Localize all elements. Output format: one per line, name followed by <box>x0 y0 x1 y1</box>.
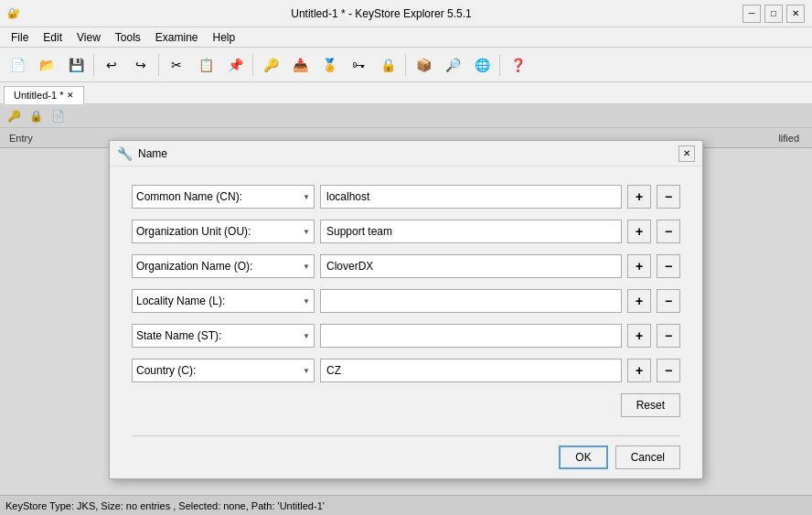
import-button[interactable]: 📥 <box>286 51 314 79</box>
form-row-ou: Organization Unit (OU): ▼ + − <box>132 220 680 243</box>
remove-ou-button[interactable]: − <box>657 220 680 243</box>
save-button[interactable]: 💾 <box>62 51 90 79</box>
toolbar-sep-4 <box>405 54 406 76</box>
content-area: 🔑 🔒 📄 Entry lified 🔧 Name ✕ <box>0 104 812 515</box>
open-button[interactable]: 📂 <box>33 51 60 79</box>
keytool-button[interactable]: 🔑 <box>257 51 284 79</box>
dialog-close-button[interactable]: ✕ <box>678 145 695 162</box>
menu-edit[interactable]: Edit <box>36 29 69 46</box>
remove-l-button[interactable]: − <box>657 289 680 313</box>
help-button[interactable]: ❓ <box>504 51 531 79</box>
toolbar-sep-1 <box>93 54 94 76</box>
maximize-button[interactable]: □ <box>764 5 783 23</box>
add-ou-button[interactable]: + <box>627 220 651 243</box>
cut-button[interactable]: ✂ <box>163 51 190 79</box>
examine-ssl-button[interactable]: 🌐 <box>468 51 496 79</box>
input-ou[interactable] <box>320 220 622 243</box>
select-ou[interactable]: Organization Unit (OU): ▼ <box>132 220 315 243</box>
input-st[interactable] <box>320 324 622 348</box>
add-st-button[interactable]: + <box>627 324 651 348</box>
dialog-title: 🔧 Name <box>117 146 167 161</box>
chevron-down-icon-4: ▼ <box>303 297 310 306</box>
form-row-cn: Common Name (CN): ▼ + − <box>132 185 680 209</box>
dialog-title-bar: 🔧 Name ✕ <box>110 141 702 166</box>
add-cn-button[interactable]: + <box>627 185 651 209</box>
input-cn[interactable] <box>320 185 622 209</box>
add-c-button[interactable]: + <box>627 359 651 382</box>
password-button[interactable]: 🔒 <box>374 51 401 79</box>
chevron-down-icon-3: ▼ <box>303 263 310 271</box>
minimize-button[interactable]: ─ <box>743 5 761 23</box>
copy-button[interactable]: 📋 <box>192 51 219 79</box>
title-bar-controls: ─ □ ✕ <box>743 5 805 23</box>
toolbar: 📄 📂 💾 ↩ ↪ ✂ 📋 📌 🔑 📥 🏅 🗝 🔒 📦 🔎 🌐 ❓ <box>0 48 812 82</box>
tab-bar: Untitled-1 * ✕ <box>0 82 812 104</box>
remove-st-button[interactable]: − <box>657 324 680 348</box>
remove-o-button[interactable]: − <box>657 254 680 278</box>
select-l[interactable]: Locality Name (L): ▼ <box>132 289 315 313</box>
dialog-footer: OK Cancel <box>110 436 702 478</box>
select-c[interactable]: Country (C): ▼ <box>132 359 315 382</box>
new-button[interactable]: 📄 <box>4 51 31 79</box>
form-row-o: Organization Name (O): ▼ + − <box>132 254 680 278</box>
app-window: 🔐 Untitled-1 * - KeyStore Explorer 5.5.1… <box>0 0 812 515</box>
examine-cert-button[interactable]: 🔎 <box>439 51 466 79</box>
menu-tools[interactable]: Tools <box>108 29 148 46</box>
app-logo-icon: 🔐 <box>7 7 20 19</box>
tab-label: Untitled-1 * <box>14 90 63 101</box>
select-o[interactable]: Organization Name (O): ▼ <box>132 254 315 278</box>
chevron-down-icon-2: ▼ <box>303 228 310 236</box>
menu-bar: File Edit View Tools Examine Help <box>0 27 812 48</box>
input-o[interactable] <box>320 254 622 278</box>
select-cn[interactable]: Common Name (CN): ▼ <box>132 185 315 209</box>
menu-view[interactable]: View <box>69 29 108 46</box>
chevron-down-icon-5: ▼ <box>303 332 310 340</box>
chevron-down-icon-6: ▼ <box>303 367 310 375</box>
reset-button[interactable]: Reset <box>621 393 680 417</box>
input-c[interactable] <box>320 359 622 382</box>
remove-c-button[interactable]: − <box>657 359 680 382</box>
name-dialog: 🔧 Name ✕ Common Name (CN): ▼ + <box>109 140 703 479</box>
select-st[interactable]: State Name (ST): ▼ <box>132 324 315 348</box>
examine-jar-button[interactable]: 📦 <box>410 51 437 79</box>
title-bar-text: Untitled-1 * - KeyStore Explorer 5.5.1 <box>20 7 743 20</box>
toolbar-sep-5 <box>499 54 500 76</box>
menu-examine[interactable]: Examine <box>148 29 206 46</box>
menu-help[interactable]: Help <box>206 29 243 46</box>
toolbar-sep-2 <box>158 54 159 76</box>
keygen-button[interactable]: 🗝 <box>345 51 372 79</box>
cancel-button[interactable]: Cancel <box>615 445 680 469</box>
cert-button[interactable]: 🏅 <box>315 51 343 79</box>
add-o-button[interactable]: + <box>627 254 651 278</box>
undo-button[interactable]: ↩ <box>98 51 125 79</box>
redo-button[interactable]: ↪ <box>127 51 155 79</box>
form-row-c: Country (C): ▼ + − <box>132 359 680 382</box>
tab-untitled[interactable]: Untitled-1 * ✕ <box>4 86 84 104</box>
modal-overlay: 🔧 Name ✕ Common Name (CN): ▼ + <box>0 104 812 515</box>
menu-file[interactable]: File <box>4 29 36 46</box>
input-l[interactable] <box>320 289 622 313</box>
dialog-title-icon: 🔧 <box>117 146 133 161</box>
close-button[interactable]: ✕ <box>786 5 805 23</box>
chevron-down-icon: ▼ <box>303 193 310 201</box>
title-bar: 🔐 Untitled-1 * - KeyStore Explorer 5.5.1… <box>0 0 812 27</box>
tab-close-icon[interactable]: ✕ <box>67 91 74 100</box>
paste-button[interactable]: 📌 <box>221 51 249 79</box>
form-row-l: Locality Name (L): ▼ + − <box>132 289 680 313</box>
dialog-content: Common Name (CN): ▼ + − Organization Uni… <box>110 166 702 435</box>
form-row-st: State Name (ST): ▼ + − <box>132 324 680 348</box>
add-l-button[interactable]: + <box>627 289 651 313</box>
remove-cn-button[interactable]: − <box>657 185 680 209</box>
ok-button[interactable]: OK <box>559 445 607 469</box>
toolbar-sep-3 <box>252 54 253 76</box>
